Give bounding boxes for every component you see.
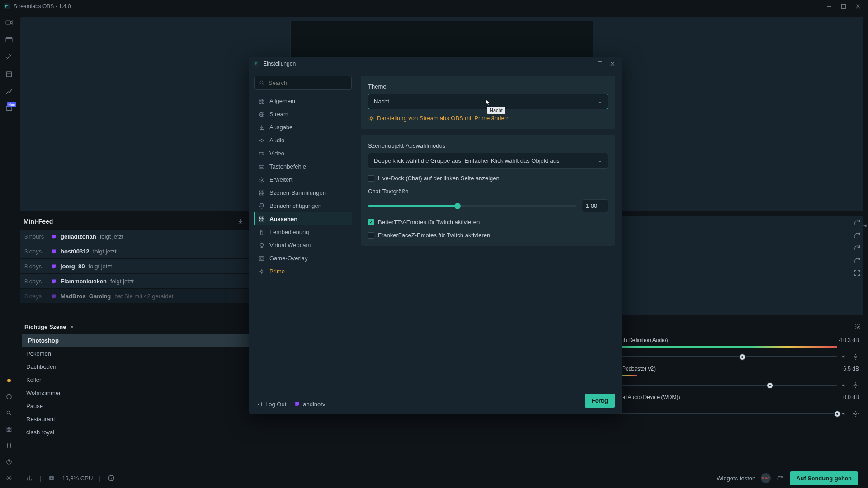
prime-icon [368,115,374,122]
nav-apps-icon[interactable]: Neu [5,104,14,113]
dock-reload-icon[interactable] [854,219,861,226]
mixer-mute-icon[interactable] [841,410,848,417]
theme-panel: Theme Nacht ⌄ Nacht Darstellung von Stre… [361,76,615,129]
settings-nav-virtualwebcam[interactable]: Virtual Webcam [254,239,352,252]
app-titlebar: Streamlabs OBS - 1.4.0 [0,0,868,13]
stats-icon[interactable] [25,474,33,482]
nav-status-dot-icon[interactable] [5,376,14,385]
mixer-settings-icon[interactable] [852,410,859,417]
chat-textsize-input[interactable] [582,199,608,212]
nav-circle-icon[interactable] [5,392,14,401]
prime-theme-link[interactable]: Darstellung von Streamlabs OBS mit Prime… [368,115,608,122]
svg-rect-0 [827,6,831,7]
nav-help-icon[interactable] [5,457,14,466]
settings-nav-fernbedienung[interactable]: Fernbedienung [254,225,352,239]
settings-nav-ausgabe[interactable]: Ausgabe [254,121,352,134]
nav-wand-icon[interactable] [5,52,14,61]
settings-title: Einstellungen [263,61,296,67]
remote-icon [259,229,265,235]
logout-button[interactable]: Log Out [257,401,286,408]
grid-icon [259,98,265,104]
mixer-mute-icon[interactable] [841,353,848,360]
mixer-mute-icon[interactable] [841,382,848,389]
mixer-volume-slider[interactable] [588,356,837,357]
svg-rect-40 [262,217,264,219]
settings-nav-gameoverlay[interactable]: Game-Overlay [254,252,352,265]
settings-nav-allgemein[interactable]: Allgemein [254,94,352,108]
settings-search[interactable] [254,76,352,90]
window-minimize-button[interactable] [823,2,835,11]
ffz-checkbox-row[interactable]: FrankerFaceZ-Emotes für Twitch aktiviere… [368,232,608,239]
mixer-settings-icon[interactable] [852,382,859,389]
scene-item[interactable]: clash royal [20,426,295,439]
svg-point-5 [7,379,11,382]
appearance-options-panel: Szenenobjekt-Auswahlmodus Doppelklick wä… [361,135,615,246]
bell-icon [259,203,265,209]
nav-equalizer-icon[interactable] [5,441,14,450]
chat-textsize-slider[interactable] [368,205,576,207]
settings-logo-icon [253,61,259,67]
settings-nav: AllgemeinStreamAusgabeAudioVideoTastenbe… [254,94,352,278]
chat-textsize-label: Chat-Textgröße [368,188,608,195]
webcam-icon [259,242,265,249]
nav-store-icon[interactable] [5,70,14,79]
window-close-button[interactable] [852,2,864,11]
go-live-button[interactable]: Auf Sendung gehen [790,471,858,485]
settings-maximize-button[interactable] [595,59,604,68]
feed-download-icon[interactable] [237,218,244,225]
dock-expand-icon[interactable] [854,269,861,277]
settings-search-input[interactable] [269,80,347,86]
mixer-volume-slider[interactable] [588,413,837,414]
settings-nav-video[interactable]: Video [254,147,352,160]
checkbox[interactable] [368,232,374,239]
info-icon[interactable] [107,474,115,482]
settings-nav-szenen[interactable]: Szenen-Sammlungen [254,186,352,199]
replay-icon[interactable] [776,474,784,482]
output-icon [259,124,265,131]
svg-rect-47 [260,258,263,259]
settings-nav-aussehen[interactable]: Aussehen [254,212,352,225]
svg-point-44 [261,231,262,231]
svg-rect-10 [7,430,9,432]
svg-rect-33 [259,165,264,168]
settings-nav-audio[interactable]: Audio [254,134,352,147]
keyboard-icon [259,164,265,170]
window-maximize-button[interactable] [837,2,850,11]
svg-point-34 [261,179,263,181]
settings-nav-benachrichtigungen[interactable]: Benachrichtigungen [254,199,352,212]
settings-nav-stream[interactable]: Stream [254,108,352,121]
scene-item[interactable]: Restaurant [20,413,295,426]
user-account[interactable]: andinotv [294,401,325,408]
settings-minimize-button[interactable] [583,59,592,68]
settings-nav-tastenbefehle[interactable]: Tastenbefehle [254,160,352,173]
dock-collapse-handle[interactable]: ◂ [863,221,867,230]
nav-settings-icon[interactable] [5,474,14,483]
theme-select[interactable]: Nacht ⌄ Nacht [368,94,608,109]
nav-window-icon[interactable] [5,35,14,44]
settings-nav-prime[interactable]: Prime [254,265,352,278]
mixer-settings-icon[interactable] [852,353,859,360]
done-button[interactable]: Fertig [585,394,615,408]
settings-close-button[interactable] [608,59,617,68]
nav-camera-icon[interactable] [5,18,14,27]
dock-reload-icon[interactable] [854,231,861,239]
dock-left-checkbox-row[interactable]: Live-Dock (Chat) auf der linken Seite an… [368,175,608,182]
mixer-meter [588,403,859,405]
svg-rect-37 [259,193,261,195]
checkbox[interactable] [368,219,374,225]
dock-reload-icon[interactable] [854,244,861,251]
mixer-volume-slider[interactable] [588,385,837,386]
nav-chart-icon[interactable] [5,87,14,96]
nav-search-icon[interactable] [5,408,14,418]
svg-point-19 [855,385,857,386]
settings-nav-erweitert[interactable]: Erweitert [254,173,352,186]
svg-rect-1 [842,5,846,9]
scene-selection-select[interactable]: Doppelklick wählt die Gruppe aus. Einfac… [368,153,608,169]
widgets-test-link[interactable]: Widgets testen [717,475,755,482]
dock-reload-icon[interactable] [854,257,861,264]
record-button[interactable]: REC [761,473,771,483]
checkbox[interactable] [368,175,374,182]
mixer-settings-icon[interactable] [854,324,861,330]
nav-grid-icon[interactable] [5,425,14,434]
bttv-checkbox-row[interactable]: BetterTTV-Emotes für Twitch aktivieren [368,219,608,225]
